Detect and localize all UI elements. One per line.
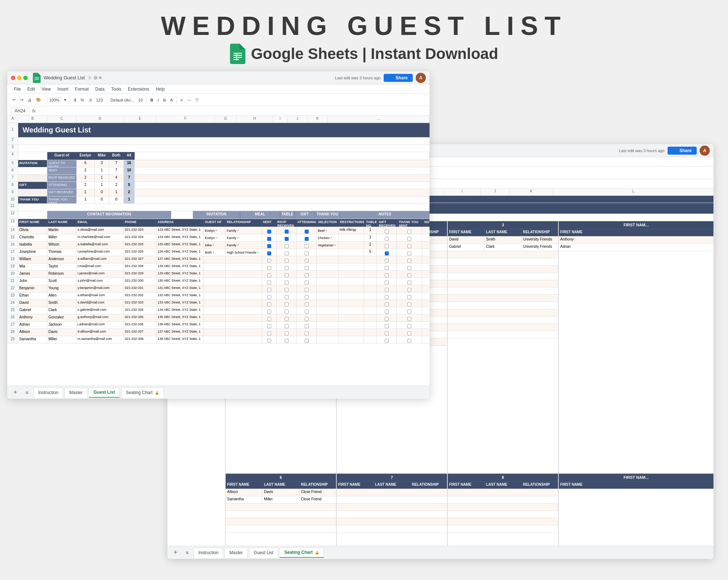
table-row: 24 David Smith s.david@mail.com 021-232-… (7, 300, 430, 307)
table-row: 27 Adrian Jackson j.adrian@mail.com 021-… (7, 322, 430, 329)
guest-menu-view[interactable]: View (39, 86, 54, 92)
guest-menu-file[interactable]: File (11, 86, 24, 92)
summary-row: 10 THANK YOU THANK YOU SENT 1 0 0 1 (7, 196, 430, 204)
guest-menu-help[interactable]: Help (153, 86, 168, 92)
table-row: 16 Isabella Wilson a.isabella@mail.com 0… (7, 242, 430, 249)
guest-wrap-btn[interactable]: ↔ (186, 97, 193, 103)
data-rows: 14 Olivia Martin s.olivia@mail.com 021-2… (7, 227, 430, 386)
seating-tab-instruction-label: Instruction (198, 550, 218, 555)
guest-divider-5 (177, 96, 177, 104)
guest-divider-4 (146, 96, 147, 104)
guest-sheet-tabs: + ≡ Instruction Master Guest List Seatin… (7, 386, 430, 399)
guest-tab-menu-button[interactable]: ≡ (22, 388, 32, 398)
table-row: 23 Ethan Allen a.ethan@mail.com 021-232-… (7, 293, 430, 300)
guest-tab-guestlist-label: Guest List (94, 390, 115, 395)
summary-row: 7 RSVP RECEIVED 2 1 4 7 (7, 175, 430, 182)
seating-tab-guestlist-label: Guest List (254, 550, 273, 555)
guest-dot-yellow[interactable] (17, 76, 21, 80)
guest-zoom-dropdown[interactable]: ▾ (63, 97, 68, 103)
seating-tab-menu-button[interactable]: ≡ (182, 548, 192, 558)
svg-rect-0 (233, 53, 242, 53)
guest-tab-master-label: Master (69, 390, 83, 395)
guest-last-edit: Last edit was 3 hours ago (335, 76, 380, 80)
guest-menu-data[interactable]: Data (92, 86, 107, 92)
guest-sheets-logo (33, 73, 41, 83)
guest-menu-bar: File Edit View Insert Format Data Tools … (7, 84, 430, 94)
header-area: WEDDING GUEST LIST Google Sheets | Insta… (0, 0, 728, 71)
seating-add-tab-button[interactable]: + (170, 548, 181, 558)
seating-share-button[interactable]: 👤 Share (668, 147, 697, 155)
guest-menu-insert[interactable]: Insert (55, 86, 71, 92)
guest-divider-2 (70, 96, 70, 104)
seating-avatar: A (700, 146, 710, 156)
guest-menu-edit[interactable]: Edit (24, 86, 38, 92)
guest-filter-btn[interactable]: ▽ (194, 97, 200, 103)
svg-rect-2 (233, 57, 242, 58)
svg-rect-3 (233, 59, 239, 60)
guest-tab-master[interactable]: Master (64, 388, 87, 398)
guest-star-icon[interactable]: ☆ ⊘ ≡ (88, 75, 102, 80)
guest-dot-green[interactable] (23, 76, 28, 80)
guest-formula-bar: AH24 fx (7, 106, 430, 116)
guest-tab-instruction[interactable]: Instruction (33, 388, 63, 398)
guest-menu-tools[interactable]: Tools (108, 86, 124, 92)
summary-row: 6 SENT 2 1 7 10 (7, 167, 430, 175)
sheets-icon (230, 44, 246, 64)
seating-tab-guestlist[interactable]: Guest List (249, 548, 278, 558)
guest-tab-guestlist[interactable]: Guest List (89, 388, 120, 398)
guest-percent-btn[interactable]: % (79, 97, 86, 103)
svg-rect-8 (35, 77, 39, 78)
seating-tab-seating[interactable]: Seating Chart 🔒 (280, 548, 324, 558)
windows-container: Wedding Seating Chart ☆ ⊘ ≡ Last edit wa… (0, 71, 728, 566)
guest-undo-btn[interactable]: ↩ (11, 97, 17, 103)
table-row: 26 Anthony Gonzalez g.anthony@mail.com 0… (7, 314, 430, 322)
guest-chrome-bar: Wedding Guest List ☆ ⊘ ≡ Last edit was 3… (7, 71, 430, 84)
subtitle-row: Google Sheets | Instant Download (0, 44, 728, 64)
seating-lock-icon: 🔒 (315, 551, 319, 555)
guest-ss-content: A B C D E F G H I J K ... 1 Wedding Gues… (7, 116, 430, 386)
seating-tab-instruction[interactable]: Instruction (194, 548, 223, 558)
guest-add-tab-button[interactable]: + (10, 388, 20, 398)
guest-align-btn[interactable]: ≡ (179, 97, 184, 103)
guest-zoom[interactable]: 100% (47, 97, 61, 103)
table-row: 20 James Robinson r.james@mail.com 021-2… (7, 271, 430, 278)
guest-tab-seating[interactable]: Seating Chart 🔒 (121, 388, 164, 398)
guest-fontsize-btn[interactable]: 10 (137, 97, 144, 103)
guest-strike-btn[interactable]: S (162, 97, 167, 103)
guest-italic-btn[interactable]: I (156, 97, 160, 103)
guest-print-btn[interactable]: 🖨 (26, 97, 33, 103)
guest-dollar-btn[interactable]: $ (72, 97, 78, 103)
guest-tab-instruction-label: Instruction (38, 390, 58, 395)
svg-rect-9 (35, 78, 39, 79)
summary-row: 5 INVITATION GUEST TO INVITE 6 3 7 16 (7, 160, 430, 167)
guest-divider-1 (45, 96, 45, 104)
guest-color-btn[interactable]: A (169, 97, 174, 103)
guest-dot-red[interactable] (11, 76, 15, 80)
guest-chrome-dots (11, 76, 28, 80)
seating-last-edit: Last edit was 3 hours ago (619, 148, 664, 153)
table-row: 18 William Anderson a.william@mail.com 0… (7, 256, 430, 263)
seating-tab-master[interactable]: Master (225, 548, 248, 558)
guest-paint-btn[interactable]: 🎨 (35, 97, 43, 103)
guest-seating-lock-icon: 🔒 (155, 391, 159, 395)
svg-rect-1 (233, 55, 242, 56)
guest-cell-ref[interactable]: AH24 (11, 108, 29, 114)
table-row: 14 Olivia Martin s.olivia@mail.com 021-2… (7, 227, 430, 234)
spreadsheet-title: Wedding Guest List (18, 123, 430, 137)
guest-menu-format[interactable]: Format (72, 86, 92, 92)
window-guest: Wedding Guest List ☆ ⊘ ≡ Last edit was 3… (7, 71, 430, 399)
main-title: WEDDING GUEST LIST (0, 11, 728, 41)
seating-tab-master-label: Master (229, 550, 243, 555)
guest-format-btn[interactable]: 123 (95, 97, 104, 103)
guest-share-button[interactable]: 👤 Share (384, 74, 413, 82)
share-icon: 👤 (673, 148, 678, 153)
summary-rows: 5 INVITATION GUEST TO INVITE 6 3 7 16 6 … (7, 160, 430, 204)
guest-font-btn[interactable]: Default (Ari... (109, 97, 135, 103)
guest-decimal-btn[interactable]: .0 (87, 97, 93, 103)
guest-menu-extensions[interactable]: Extensions (125, 86, 152, 92)
guest-divider-3 (107, 96, 107, 104)
guest-redo-btn[interactable]: ↪ (19, 97, 25, 103)
guest-avatar: A (416, 73, 426, 83)
guest-bold-btn[interactable]: B (149, 97, 155, 103)
table-row: 15 Charlotte Miller m.charlotte@mail.com… (7, 234, 430, 242)
